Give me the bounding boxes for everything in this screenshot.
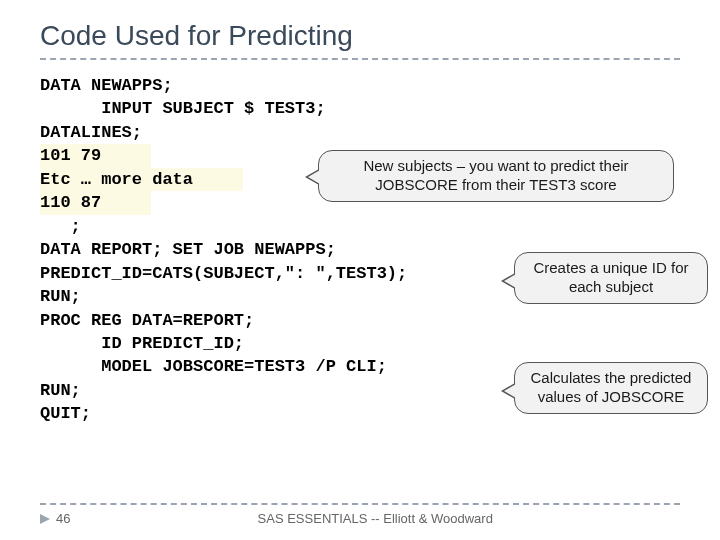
code-line: ID PREDICT_ID; bbox=[40, 332, 680, 355]
code-line: PROC REG DATA=REPORT; bbox=[40, 309, 680, 332]
callout-unique-id: Creates a unique ID for each subject bbox=[514, 252, 708, 304]
svg-marker-0 bbox=[40, 514, 50, 524]
callout-predicted-values: Calculates the predicted values of JOBSC… bbox=[514, 362, 708, 414]
code-line: DATA NEWAPPS; bbox=[40, 74, 680, 97]
callout-new-subjects: New subjects – you want to predict their… bbox=[318, 150, 674, 202]
slide-title: Code Used for Predicting bbox=[40, 20, 680, 60]
footer: 46 SAS ESSENTIALS -- Elliott & Woodward bbox=[40, 503, 680, 526]
code-line: INPUT SUBJECT $ TEST3; bbox=[40, 97, 680, 120]
footer-center-text: SAS ESSENTIALS -- Elliott & Woodward bbox=[70, 511, 680, 526]
page-number-wrap: 46 bbox=[40, 511, 70, 526]
page-number: 46 bbox=[56, 511, 70, 526]
arrow-right-icon bbox=[40, 514, 50, 524]
code-line: DATALINES; bbox=[40, 121, 680, 144]
code-line: ; bbox=[40, 215, 680, 238]
